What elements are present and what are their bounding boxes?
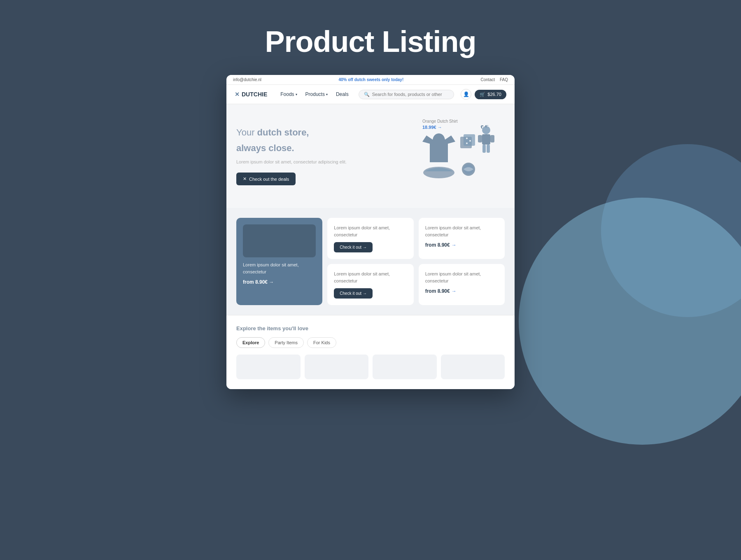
topbar-promo-suffix: only today! — [382, 77, 403, 82]
hero-cta-label: Check out the deals — [249, 177, 289, 182]
products-grid-area: Lorem ipsum dolor sit amet, consectetur … — [226, 208, 515, 315]
explore-card-4 — [441, 355, 505, 379]
explore-tabs: Explore Party Items For Kids — [236, 337, 505, 348]
cart-button[interactable]: 🛒 $26.70 — [475, 90, 506, 99]
svg-point-3 — [469, 140, 471, 142]
product-card-text-5: Lorem ipsum dolor sit amet, consectetur — [425, 271, 498, 284]
product-card-text-4: Lorem ipsum dolor sit amet, consectetur — [334, 271, 407, 284]
product-card-5: Lorem ipsum dolor sit amet, consectetur … — [419, 264, 505, 305]
explore-card-3 — [373, 355, 437, 379]
nav-actions: 👤 🛒 $26.70 — [461, 89, 506, 100]
candy-illustration — [459, 160, 478, 180]
foods-chevron-icon: ▾ — [296, 93, 297, 96]
products-menu[interactable]: Products ▾ — [302, 90, 331, 99]
svg-rect-7 — [478, 135, 482, 142]
dice-illustration — [459, 133, 476, 152]
explore-card-1 — [236, 355, 301, 379]
shirt-illustration — [422, 127, 455, 166]
svg-rect-6 — [482, 134, 490, 145]
hero-right: Orange Dutch Shirt 18.99€ → — [389, 119, 505, 193]
products-section: Lorem ipsum dolor sit amet, consectetur … — [226, 208, 515, 315]
product-card-image-1 — [243, 224, 316, 257]
explore-section: Explore the items you'll love Explore Pa… — [226, 315, 515, 389]
hero-cta-button[interactable]: ✕ Check out the deals — [236, 173, 296, 185]
foods-label: Foods — [280, 91, 294, 97]
faq-link[interactable]: FAQ — [500, 77, 508, 82]
explore-tab-kids[interactable]: For Kids — [307, 337, 336, 348]
hero-title-bold: dutch store, — [257, 127, 309, 138]
deals-label: Deals — [336, 91, 349, 97]
cart-price: $26.70 — [487, 92, 501, 97]
svg-rect-10 — [487, 145, 490, 153]
search-box[interactable]: 🔍 — [359, 90, 454, 99]
account-button[interactable]: 👤 — [461, 89, 471, 100]
hero-title-line1: Your dutch store, — [236, 127, 347, 139]
logo-text: DUTCHIE — [242, 91, 267, 98]
products-chevron-icon: ▾ — [326, 93, 328, 96]
search-input[interactable] — [372, 92, 449, 97]
product-card-text-3: Lorem ipsum dolor sit amet, consectetur — [425, 224, 498, 238]
svg-point-4 — [466, 142, 468, 144]
explore-grid — [236, 355, 505, 379]
svg-rect-1 — [464, 134, 475, 146]
hero-title-line2: always close. — [236, 143, 347, 154]
explore-tab-party[interactable]: Party Items — [268, 337, 304, 348]
nav-links: Foods ▾ Products ▾ Deals — [277, 90, 352, 99]
deals-link[interactable]: Deals — [333, 90, 352, 99]
foods-menu[interactable]: Foods ▾ — [277, 90, 300, 99]
browser-window: info@dutchie.nl 40% off dutch sweets onl… — [226, 75, 515, 389]
topbar-promo-text: 40% off dutch sweets — [338, 77, 380, 82]
product-card-1: Lorem ipsum dolor sit amet, consectetur … — [236, 218, 322, 305]
product-card-text-1: Lorem ipsum dolor sit amet, consectetur — [243, 261, 316, 275]
hero-section: Your dutch store, always close. Lorem ip… — [226, 104, 515, 208]
hero-left: Your dutch store, always close. Lorem ip… — [236, 127, 347, 185]
logo-icon: ✕ — [235, 91, 240, 98]
svg-rect-8 — [490, 135, 494, 142]
topbar-links: Contact FAQ — [481, 77, 508, 82]
contact-link[interactable]: Contact — [481, 77, 495, 82]
cart-icon: 🛒 — [480, 92, 485, 97]
hero-product-name: Orange Dutch Shirt — [422, 119, 458, 124]
search-icon: 🔍 — [364, 92, 370, 97]
svg-rect-9 — [482, 145, 486, 153]
check-it-out-button-1[interactable]: Check it out → — [334, 242, 373, 252]
navbar: ✕ DUTCHIE Foods ▾ Products ▾ Deals 🔍 👤 🛒 — [226, 85, 515, 104]
deals-icon: ✕ — [243, 176, 247, 182]
products-label: Products — [305, 91, 325, 97]
doll-illustration — [476, 125, 496, 160]
svg-point-2 — [466, 138, 468, 139]
topbar-promo: 40% off dutch sweets only today! — [338, 77, 403, 82]
product-card-3: Lorem ipsum dolor sit amet, consectetur … — [419, 218, 505, 259]
product-card-price-1: from 8.90€ → — [243, 279, 316, 285]
explore-tab-explore[interactable]: Explore — [236, 337, 265, 348]
topbar-email: info@dutchie.nl — [233, 77, 261, 82]
product-card-price-5: from 8.90€ → — [425, 288, 498, 294]
explore-card-2 — [305, 355, 369, 379]
page-title-section: Product Listing — [265, 25, 476, 58]
page-title: Product Listing — [265, 25, 476, 58]
top-bar: info@dutchie.nl 40% off dutch sweets onl… — [226, 75, 515, 85]
product-card-price-3: from 8.90€ → — [425, 242, 498, 248]
logo[interactable]: ✕ DUTCHIE — [235, 91, 267, 98]
bread-illustration — [422, 162, 455, 180]
explore-title: Explore the items you'll love — [236, 325, 505, 331]
product-card-text-2: Lorem ipsum dolor sit amet, consectetur — [334, 224, 407, 238]
hero-title-prefix: Your — [236, 127, 257, 138]
product-card-4: Lorem ipsum dolor sit amet, consectetur … — [327, 264, 413, 305]
check-it-out-button-2[interactable]: Check it out → — [334, 288, 373, 299]
hero-description: Lorem ipsum dolor sit amet, consectetur … — [236, 159, 347, 166]
bg-decoration-circle-2 — [519, 198, 741, 445]
product-card-2: Lorem ipsum dolor sit amet, consectetur … — [327, 218, 413, 259]
